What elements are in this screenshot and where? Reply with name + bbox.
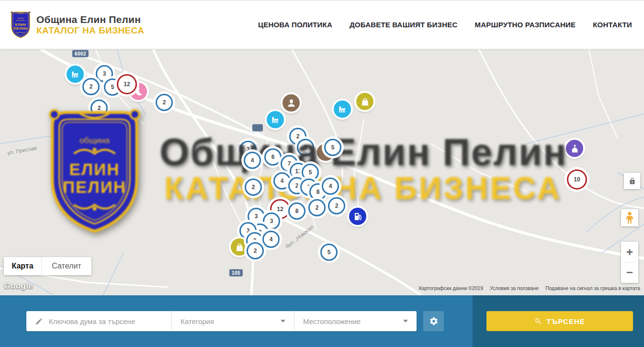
pencil-icon: [35, 317, 43, 325]
watermark-title: Община Елин Пелин: [159, 130, 567, 174]
fuel-marker[interactable]: [349, 208, 366, 225]
svg-text:ПЕЛИН: ПЕЛИН: [14, 26, 28, 30]
factory-marker[interactable]: [67, 66, 84, 83]
zoom-control: + −: [621, 242, 638, 283]
chevron-down-icon: [281, 320, 285, 325]
cluster-marker[interactable]: 8: [288, 202, 305, 220]
svg-text:ЕЛИН: ЕЛИН: [15, 22, 26, 26]
nav-pricing[interactable]: ЦЕНОВА ПОЛИТИКА: [258, 21, 332, 29]
cluster-marker[interactable]: 2: [156, 94, 173, 111]
church-marker[interactable]: [566, 140, 583, 157]
map-attribution: Картографски данни ©2019 Условия за полз…: [419, 285, 640, 291]
keyword-input[interactable]: [48, 317, 171, 326]
site-title: Община Елин Пелин: [36, 14, 144, 25]
report-error-link[interactable]: Подаване на сигнал за грешка в картата: [545, 285, 640, 291]
municipality-crest-icon: община ЕЛИН ПЕЛИН: [10, 11, 32, 39]
header: община ЕЛИН ПЕЛИН Община Елин Пелин КАТА…: [0, 0, 644, 49]
advanced-settings-button[interactable]: [423, 311, 444, 331]
gear-icon: [429, 316, 439, 326]
svg-text:община: община: [17, 17, 24, 19]
search-icon: [534, 317, 542, 325]
google-logo[interactable]: Google: [4, 281, 34, 291]
nav-contacts[interactable]: КОНТАКТИ: [593, 21, 632, 29]
map-type-map-button[interactable]: Карта: [4, 257, 42, 275]
svg-text:община: община: [79, 135, 110, 145]
road-badge: 105: [229, 269, 243, 277]
cluster-marker[interactable]: 10: [567, 169, 587, 190]
map-type-satellite-button[interactable]: Сателит: [42, 257, 91, 275]
location-select[interactable]: Местоположение: [294, 311, 417, 331]
cluster-marker[interactable]: 6: [264, 148, 282, 166]
cluster-marker[interactable]: 12: [117, 74, 137, 94]
attribution-copyright: Картографски данни ©2019: [419, 285, 483, 291]
nav-add-business[interactable]: ДОБАВЕТЕ ВАШИЯТ БИЗНЕС: [350, 21, 457, 29]
factory-marker[interactable]: [267, 111, 284, 128]
map-canvas[interactable]: 6002 105 ул. Преслав бул. „Новосел ци 32…: [0, 49, 644, 295]
cluster-marker[interactable]: 2: [245, 179, 262, 196]
pegman-icon: [625, 212, 634, 224]
road-badge: 6002: [72, 50, 89, 57]
cluster-marker[interactable]: 2: [308, 199, 326, 216]
zoom-in-button[interactable]: +: [621, 244, 638, 261]
category-select[interactable]: Категория: [171, 311, 294, 331]
search-button[interactable]: ТЪРСЕНЕ: [486, 311, 633, 331]
lock-button[interactable]: [624, 173, 640, 189]
svg-text:ПЕЛИН: ПЕЛИН: [63, 178, 126, 196]
cluster-marker[interactable]: 5: [324, 139, 341, 156]
factory-marker[interactable]: [334, 101, 351, 118]
nav-schedule[interactable]: МАРШРУТНО РАЗПИСАНИЕ: [475, 21, 576, 29]
category-select-value: Категория: [181, 317, 281, 325]
zoom-divider: [624, 262, 635, 263]
cluster-marker[interactable]: 2: [328, 197, 345, 214]
map-layer: 6002 105 ул. Преслав бул. „Новосел ци 32…: [0, 49, 644, 295]
page: община ЕЛИН ПЕЛИН Община Елин Пелин КАТА…: [0, 0, 644, 347]
keyword-segment: [26, 311, 171, 331]
cluster-marker[interactable]: 4: [262, 231, 280, 248]
svg-text:ЕЛИН: ЕЛИН: [69, 160, 120, 179]
cluster-marker[interactable]: 5: [320, 244, 338, 261]
terms-link[interactable]: Условия за ползване: [490, 285, 539, 291]
zoom-out-button[interactable]: −: [621, 264, 638, 281]
chevron-down-icon: [403, 320, 408, 325]
watermark-crest: община ЕЛИН ПЕЛИН: [45, 104, 144, 239]
pegman-control[interactable]: [621, 209, 638, 226]
bag-marker[interactable]: [356, 93, 373, 110]
site-subtitle: КАТАЛОГ НА БИЗНЕСА: [36, 25, 144, 36]
cluster-marker[interactable]: 2: [82, 78, 100, 95]
worker-marker[interactable]: [282, 94, 300, 112]
watermark-subtitle: КАТАЛОГ НА БИЗНЕСА: [164, 170, 562, 206]
cluster-marker[interactable]: 2: [247, 242, 264, 259]
lock-icon: [629, 178, 636, 185]
search-bar: Категория Местоположение ТЪРСЕНЕ: [0, 295, 644, 347]
brand-text: Община Елин Пелин КАТАЛОГ НА БИЗНЕСА: [36, 14, 144, 36]
cluster-marker[interactable]: 4: [322, 178, 339, 195]
bag-marker[interactable]: [231, 238, 248, 256]
location-select-value: Местоположение: [303, 317, 403, 325]
site-logo[interactable]: община ЕЛИН ПЕЛИН Община Елин Пелин КАТА…: [10, 11, 144, 39]
search-inputs: Категория Местоположение: [26, 311, 417, 331]
main-nav: ЦЕНОВА ПОЛИТИКА ДОБАВЕТЕ ВАШИЯТ БИЗНЕС М…: [258, 21, 632, 29]
cluster-marker[interactable]: 4: [244, 152, 261, 169]
search-button-label: ТЪРСЕНЕ: [546, 317, 585, 325]
map-type-control: Карта Сателит: [4, 257, 91, 275]
